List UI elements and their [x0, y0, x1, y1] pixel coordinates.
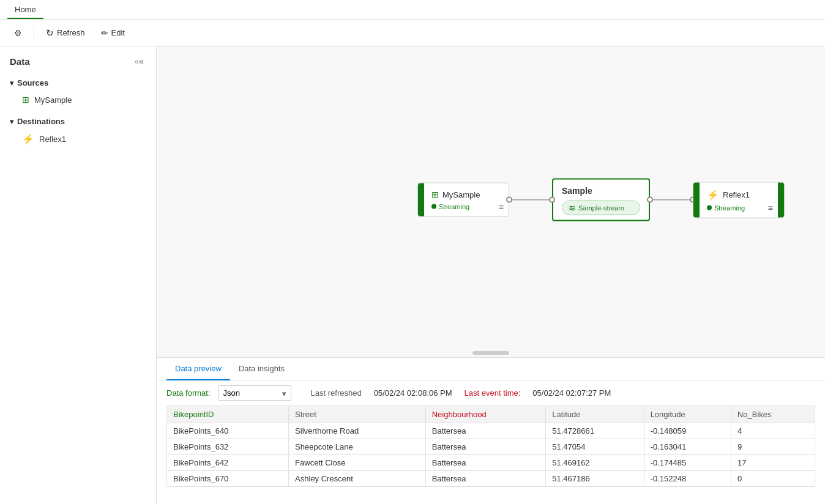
gear-button[interactable]: [7, 24, 29, 42]
table-cell: Battersea: [425, 455, 546, 471]
source-node-mysample[interactable]: MySample Streaming ≡: [417, 183, 509, 217]
table-row: BikePoints_642Fawcett CloseBattersea51.4…: [167, 455, 815, 471]
table-cell: 0: [731, 471, 815, 487]
bottom-panel: Data preview Data insights Data format: …: [157, 357, 825, 504]
dest-name: Reflex1: [723, 190, 750, 199]
mysample-grid-icon: [22, 95, 29, 105]
sources-section-header[interactable]: Sources: [0, 75, 156, 91]
col-neighbourhood: Neighbourhood: [425, 406, 546, 423]
tab-data-insights[interactable]: Data insights: [230, 358, 293, 380]
table-cell: 9: [731, 439, 815, 455]
bottom-toolbar: Data format: Json CSV Parquet Last refre…: [157, 380, 825, 406]
table-cell: BikePoints_640: [167, 423, 289, 439]
last-refreshed-value: 05/02/24 02:08:06 PM: [374, 388, 452, 398]
center-node-title: Sample: [562, 186, 640, 196]
refresh-label: Refresh: [57, 28, 85, 37]
connector-right: [650, 199, 693, 201]
last-refreshed-label: Last refreshed: [311, 388, 362, 398]
dest-title: Reflex1: [707, 188, 771, 200]
stream-icon: [569, 203, 576, 213]
table-cell: Battersea: [425, 423, 546, 439]
flow-diagram: MySample Streaming ≡: [417, 179, 785, 221]
edit-label: Edit: [111, 28, 125, 37]
table-row: BikePoints_632Sheepcote LaneBattersea51.…: [167, 439, 815, 455]
source-content: MySample Streaming: [424, 183, 509, 217]
table-cell: 4: [731, 423, 815, 439]
data-table: BikepointID Street Neighbourhood Latitud…: [166, 406, 815, 487]
data-format-select-wrapper[interactable]: Json CSV Parquet: [218, 385, 291, 401]
reflex1-bolt-icon: [22, 133, 34, 145]
destinations-chevron-icon: [10, 117, 13, 126]
table-cell: 51.469162: [546, 455, 644, 471]
table-container: BikepointID Street Neighbourhood Latitud…: [157, 406, 825, 504]
table-cell: Fawcett Close: [289, 455, 426, 471]
table-cell: -0.148059: [644, 423, 731, 439]
data-format-select[interactable]: Json CSV Parquet: [218, 385, 291, 401]
reflex1-label: Reflex1: [39, 135, 66, 144]
sidebar-title: Data: [10, 56, 30, 67]
source-grid-icon: [431, 190, 439, 199]
dest-bolt-icon: [707, 188, 719, 200]
table-cell: Battersea: [425, 471, 546, 487]
last-event-label: Last event time:: [465, 388, 521, 398]
refresh-icon: [46, 28, 54, 39]
dest-status-label: Streaming: [714, 204, 745, 211]
dest-right-bar: [778, 182, 784, 217]
bottom-tabs: Data preview Data insights: [157, 358, 825, 380]
tab-data-preview[interactable]: Data preview: [166, 358, 230, 380]
mysample-label: MySample: [34, 95, 72, 105]
sidebar-item-mysample[interactable]: MySample: [0, 91, 156, 108]
source-name: MySample: [442, 190, 480, 199]
dest-menu-icon[interactable]: ≡: [768, 202, 773, 212]
gear-icon: [14, 28, 22, 38]
source-menu-icon[interactable]: ≡: [499, 202, 504, 212]
home-tab[interactable]: Home: [7, 1, 43, 19]
refresh-info: Last refreshed 05/02/24 02:08:06 PM Last…: [311, 388, 611, 398]
dest-content: Reflex1 Streaming: [700, 182, 778, 217]
dest-node-reflex1[interactable]: Reflex1 Streaming ≡: [693, 182, 785, 218]
table-cell: 51.47054: [546, 439, 644, 455]
source-left-bar: [418, 183, 424, 217]
table-cell: BikePoints_670: [167, 471, 289, 487]
destinations-label: Destinations: [17, 117, 65, 126]
table-row: BikePoints_640Silverthorne RoadBattersea…: [167, 423, 815, 439]
content-area: MySample Streaming ≡: [157, 46, 825, 504]
destinations-section-header[interactable]: Destinations: [0, 113, 156, 130]
edit-button[interactable]: Edit: [94, 24, 132, 42]
center-node-sample[interactable]: Sample Sample-stream: [552, 179, 650, 221]
sources-label: Sources: [17, 78, 48, 87]
title-bar: Home: [0, 0, 825, 20]
sidebar-collapse-button[interactable]: «: [132, 55, 146, 67]
sources-section: Sources MySample: [0, 72, 156, 111]
connector-left: [509, 199, 552, 201]
table-row: BikePoints_670Ashley CrescentBattersea51…: [167, 471, 815, 487]
table-cell: Sheepcote Lane: [289, 439, 426, 455]
table-cell: 51.4728661: [546, 423, 644, 439]
sidebar-item-reflex1[interactable]: Reflex1: [0, 130, 156, 149]
table-cell: -0.174485: [644, 455, 731, 471]
col-bikepointid: BikepointID: [167, 406, 289, 423]
table-cell: 51.467186: [546, 471, 644, 487]
table-cell: BikePoints_642: [167, 455, 289, 471]
col-latitude: Latitude: [546, 406, 644, 423]
sources-chevron-icon: [10, 78, 13, 87]
dest-status: Streaming: [707, 204, 771, 211]
source-title: MySample: [431, 190, 501, 199]
main-layout: Data « Sources MySample Destinations: [0, 46, 825, 504]
table-cell: -0.152248: [644, 471, 731, 487]
table-cell: Ashley Crescent: [289, 471, 426, 487]
table-cell: Silverthorne Road: [289, 423, 426, 439]
stream-label: Sample-stream: [578, 204, 624, 212]
sample-stream-pill[interactable]: Sample-stream: [562, 201, 640, 215]
destinations-section: Destinations Reflex1: [0, 111, 156, 151]
collapse-icon: «: [134, 56, 144, 66]
toolbar-divider: [34, 26, 34, 40]
canvas-scrollbar[interactable]: [472, 351, 509, 355]
dest-left-bar: [693, 182, 700, 217]
col-longitude: Longitude: [644, 406, 731, 423]
table-cell: Battersea: [425, 439, 546, 455]
refresh-button[interactable]: Refresh: [39, 24, 92, 42]
source-status-label: Streaming: [439, 203, 469, 210]
toolbar: Refresh Edit: [0, 20, 825, 46]
edit-icon: [101, 28, 108, 38]
